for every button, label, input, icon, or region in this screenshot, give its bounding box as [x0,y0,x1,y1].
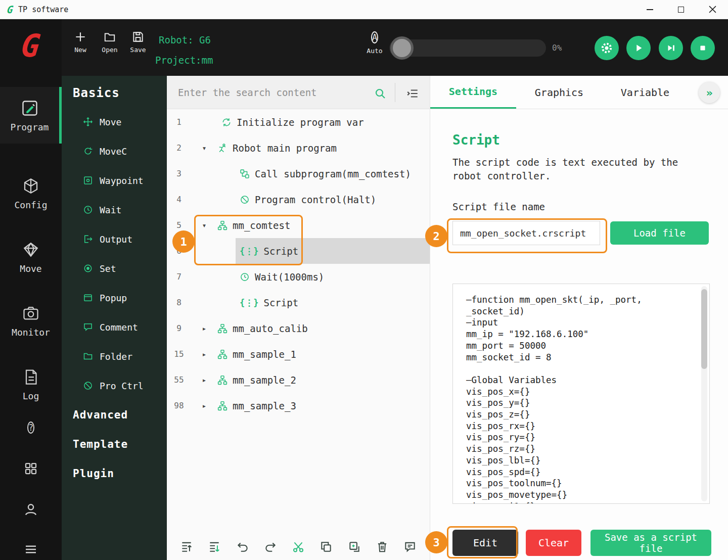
palette-item-waypoint[interactable]: Waypoint [62,166,167,195]
speed-slider[interactable] [389,39,546,57]
clear-button[interactable]: Clear [526,530,581,556]
tree-row-mm-sample-2[interactable]: 55 ▸ mm_sample_2 [167,367,430,393]
help-button[interactable]: ? [0,421,62,434]
close-button[interactable] [697,0,728,19]
redo-icon[interactable] [264,540,277,553]
comment-icon[interactable] [403,540,417,553]
tree-row-call-subprogram[interactable]: 3 Call subprogram(mm_comtest) [167,161,430,186]
palette-item-output[interactable]: Output [62,224,167,254]
palette-section-advanced[interactable]: Advanced [62,400,167,430]
chevron-right-icon[interactable]: ▸ [200,350,208,359]
auto-mode-label: Auto [364,47,385,55]
menu-button[interactable] [0,542,62,557]
comment-bubble-icon [83,322,93,332]
chevron-down-icon[interactable]: ▾ [200,221,208,230]
script-file-name-input[interactable] [452,221,600,245]
tree-row-wait[interactable]: 7 Wait(1000ms) [167,264,430,290]
tab-variable[interactable]: Variable [602,76,688,109]
palette-item-comment[interactable]: Comment [62,312,167,342]
settings-tab-content: Script The script code is text executed … [430,109,728,560]
load-file-button[interactable]: Load file [610,221,709,245]
tree-node-label: Wait(1000ms) [255,271,324,283]
open-button[interactable]: Open [98,30,121,54]
delete-icon[interactable] [376,540,389,553]
palette-section-template[interactable]: Template [62,430,167,459]
row-number: 4 [167,195,191,204]
tree-row-program-control[interactable]: 4 Program control(Halt) [167,186,430,212]
new-button[interactable]: New [69,30,92,54]
cut-icon[interactable] [292,540,305,553]
nav-label-program: Program [11,122,49,132]
copy-icon[interactable] [320,540,333,553]
chevron-down-icon[interactable]: ▾ [200,144,208,153]
auto-mode-button[interactable]: A Auto [364,30,385,55]
save-button[interactable]: Save [126,30,150,54]
tree-row-script-selected[interactable]: 6 {⋮} Script [167,238,430,264]
chevron-right-icon[interactable]: ▸ [200,324,208,333]
palette-item-set[interactable]: Set [62,254,167,283]
gear-icon [600,41,614,55]
tree-row-initialize[interactable]: 1 Initialize program var [167,109,430,135]
chevron-right-icon[interactable]: ▸ [200,376,208,385]
nav-item-config[interactable]: Config [0,177,62,210]
insert-below-icon[interactable] [208,540,221,553]
save-as-script-file-button[interactable]: Save as a script file [590,530,711,556]
sitemap-icon [217,349,228,359]
undo-icon[interactable] [236,540,249,553]
tree-row-mm-sample-3[interactable]: 98 ▸ mm_sample_3 [167,393,430,418]
tree-row-main-program[interactable]: 2 ▾ Robot main program [167,135,430,161]
script-icon: {⋮} [240,246,258,256]
settings-button[interactable] [595,36,619,60]
maximize-button[interactable] [665,0,697,19]
palette-item-pro-ctrl[interactable]: Pro Ctrl [62,371,167,400]
tab-graphics[interactable]: Graphics [516,76,602,109]
maximize-icon [678,7,684,13]
speed-slider-knob[interactable] [390,36,414,60]
palette-section-plugin[interactable]: Plugin [62,459,167,488]
palette-item-movec[interactable]: MoveC [62,136,167,166]
minimize-button[interactable] [634,0,665,19]
palette-item-popup[interactable]: Popup [62,283,167,312]
search-icon[interactable] [366,85,395,100]
program-list-icon[interactable] [395,85,430,100]
more-tabs-button[interactable]: » [699,82,720,103]
tab-settings[interactable]: Settings [430,76,516,109]
code-scrollbar-thumb[interactable] [701,289,707,369]
run-button[interactable] [626,36,651,60]
nav-item-log[interactable]: Log [0,368,62,401]
palette-item-wait[interactable]: Wait [62,195,167,224]
nav-item-program[interactable]: Program [0,87,62,144]
circular-move-icon [83,146,93,156]
sitemap-icon [217,323,228,334]
tree-row-script2[interactable]: 8 {⋮} Script [167,290,430,315]
nav-item-move[interactable]: Move [0,241,62,274]
left-nav-rail: G Program Config Move Monitor Log ? [0,19,62,560]
palette-label: Waypoint [100,175,144,186]
chevron-right-icon[interactable]: ▸ [200,401,208,410]
step-button[interactable] [659,36,683,60]
nav-item-monitor[interactable]: Monitor [0,304,62,338]
search-input[interactable] [167,87,366,98]
top-toolbar: New Open Save Robot: G6 Project:mm A Aut… [62,19,728,76]
stop-button[interactable] [691,36,715,60]
tree-row-mm-auto-calib[interactable]: 9 ▸ mm_auto_calib [167,315,430,341]
command-palette: Basics Move MoveC Waypoint Wait Output S… [62,76,167,560]
apps-button[interactable] [0,461,62,476]
robot-name: Robot: G6 [159,34,211,45]
row-number: 98 [167,401,191,410]
log-icon [22,368,40,386]
code-scrollbar[interactable] [701,286,707,501]
tree-row-mm-sample-1[interactable]: 15 ▸ mm_sample_1 [167,341,430,367]
palette-item-move[interactable]: Move [62,107,167,136]
file-name-label: Script file name [452,201,709,212]
tree-node-label: Call subprogram(mm_comtest) [255,168,411,179]
window-title: TP software [18,5,68,14]
tree-row-mm-comtest[interactable]: 5 ▾ mm_comtest [167,212,430,238]
edit-button[interactable]: Edit [452,530,518,556]
palette-item-folder[interactable]: Folder [62,342,167,371]
script-code-viewer[interactable]: —function mm_open_skt(_ip, _port, _socke… [452,284,710,504]
paste-add-icon[interactable] [348,540,361,553]
user-button[interactable] [0,501,62,518]
nav-label-log: Log [23,391,39,401]
insert-above-icon[interactable] [180,540,193,553]
